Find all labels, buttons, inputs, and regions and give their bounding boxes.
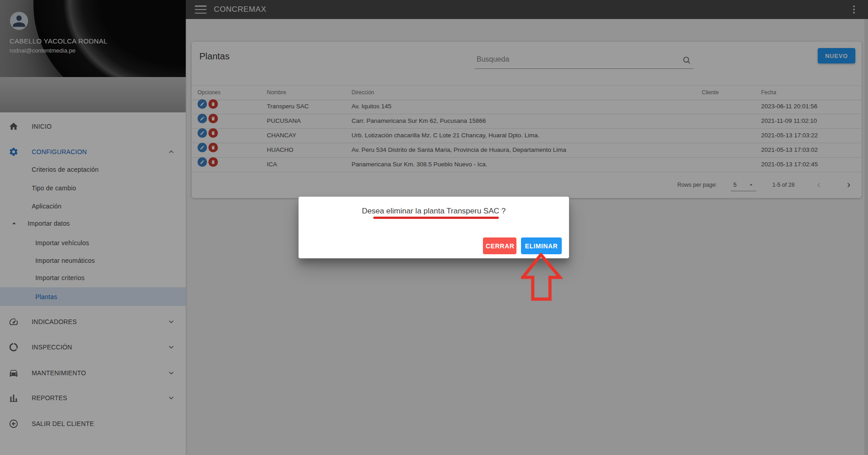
red-underline-annotation (373, 217, 499, 219)
dialog-actions: CERRAR ELIMINAR (483, 237, 562, 254)
red-arrow-annotation (521, 253, 563, 302)
dialog-message: Desea eliminar la planta Transperu SAC ? (299, 207, 569, 216)
eliminar-button[interactable]: ELIMINAR (521, 237, 562, 254)
delete-confirmation-dialog: Desea eliminar la planta Transperu SAC ?… (299, 197, 569, 258)
app-root: CONCREMAX CABELLO YACOLCA RODNAL rodnal@… (0, 0, 868, 455)
cerrar-button[interactable]: CERRAR (483, 237, 516, 254)
